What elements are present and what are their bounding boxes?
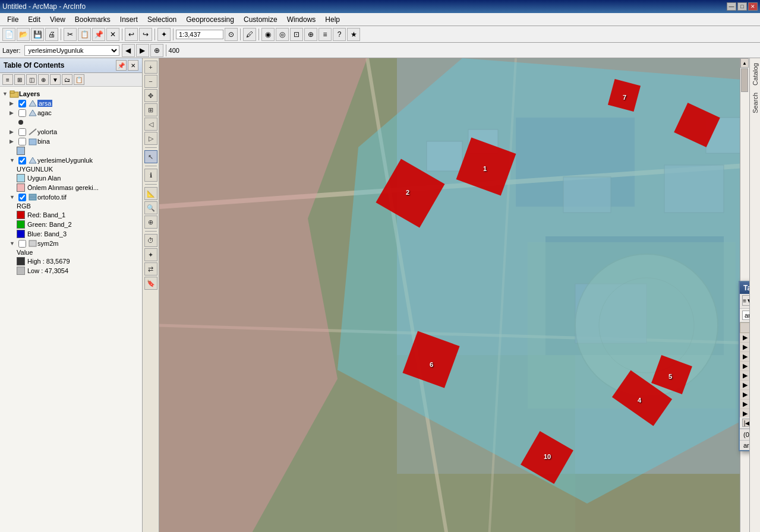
tool-bookmarks[interactable]: 🔖 bbox=[144, 277, 157, 290]
help-button[interactable]: ? bbox=[333, 28, 346, 41]
tools3[interactable]: ⊡ bbox=[290, 28, 303, 41]
nav-first[interactable]: |◀ bbox=[742, 419, 749, 427]
layers-root-row[interactable]: ▼ Layers bbox=[0, 89, 142, 99]
tool-full-extent[interactable]: ⊞ bbox=[144, 103, 157, 116]
layer-bina-row[interactable]: ▶ bina bbox=[0, 137, 142, 146]
table-row[interactable]: ▶ 7 Polygon 8 810,405693 bbox=[740, 400, 750, 409]
scale-zoom-button[interactable]: ⊙ bbox=[225, 28, 238, 41]
menu-insert[interactable]: Insert bbox=[115, 14, 143, 25]
menu-bookmarks[interactable]: Bookmarks bbox=[70, 14, 115, 25]
tool-swipe[interactable]: ⇄ bbox=[144, 262, 157, 276]
agac-checkbox[interactable] bbox=[18, 109, 26, 117]
toc-add[interactable]: ⊕ bbox=[38, 74, 49, 85]
table-row[interactable]: ▶ 2 Polygon 3 707,110161 bbox=[740, 352, 750, 362]
sym2m-checkbox[interactable] bbox=[18, 240, 26, 248]
delete-button[interactable]: ✕ bbox=[106, 28, 119, 41]
layer-nav-prev[interactable]: ◀ bbox=[122, 44, 135, 57]
zoom-layer[interactable]: ⊕ bbox=[150, 44, 163, 57]
tool-identify[interactable]: ℹ bbox=[144, 169, 157, 182]
table-row[interactable]: ▶ 4 Polygon 5 848,994219 bbox=[740, 371, 750, 381]
menu-file[interactable]: File bbox=[2, 14, 23, 25]
tool-goto-xy[interactable]: ⊕ bbox=[144, 216, 157, 229]
tool-time-slider[interactable]: ⏱ bbox=[144, 234, 157, 247]
tool-back[interactable]: ◁ bbox=[144, 118, 157, 131]
table-row[interactable]: ▶ 0 Polygon 1 3962,374845 bbox=[740, 333, 750, 343]
table-row[interactable]: ▶ 8 Polygon 9 1066,470571 bbox=[740, 409, 750, 418]
layer-yolorta-row[interactable]: ▶ yolorta bbox=[0, 127, 142, 137]
table-row[interactable]: ▶ 1 Polygon 2 3685,442873 bbox=[740, 343, 750, 352]
layer-yerlesime-row[interactable]: ▼ yerlesimeUygunluk bbox=[0, 156, 142, 165]
tool-effects[interactable]: ✦ bbox=[144, 248, 157, 261]
ortofoto-checkbox[interactable] bbox=[18, 194, 26, 201]
tool-pan[interactable]: ✥ bbox=[144, 89, 157, 102]
toc-view3[interactable]: ◫ bbox=[26, 74, 37, 85]
tools1[interactable]: ◉ bbox=[261, 28, 275, 41]
print-button[interactable]: 🖨 bbox=[45, 28, 58, 41]
table-row[interactable]: ▶ 3 Polygon 4 3051,290799 bbox=[740, 362, 750, 371]
menu-customize[interactable]: Customize bbox=[239, 14, 282, 25]
new-button[interactable]: 📄 bbox=[2, 28, 15, 41]
menu-view[interactable]: View bbox=[45, 14, 70, 25]
toc-view2[interactable]: ⊞ bbox=[14, 74, 25, 85]
yerlesime-checkbox[interactable] bbox=[18, 157, 26, 164]
paste-button[interactable]: 📌 bbox=[92, 28, 105, 41]
toc-view5[interactable]: 📋 bbox=[74, 74, 84, 85]
tool-zoom-in[interactable]: + bbox=[144, 61, 157, 74]
undo-button[interactable]: ↩ bbox=[125, 28, 138, 41]
table-search-input[interactable] bbox=[742, 311, 749, 320]
toc-options[interactable]: ▼ bbox=[50, 74, 61, 85]
open-button[interactable]: 📂 bbox=[17, 28, 30, 41]
close-button[interactable]: ✕ bbox=[748, 2, 758, 11]
scale-input[interactable] bbox=[176, 30, 223, 39]
yolorta-checkbox[interactable] bbox=[18, 128, 26, 136]
titlebar: Untitled - ArcMap - ArcInfo — □ ✕ bbox=[0, 0, 760, 13]
layer-agac-row[interactable]: ▶ agac bbox=[0, 108, 142, 118]
table-row[interactable]: ▶ 5 Polygon 6 2826,403005 bbox=[740, 381, 750, 390]
bina-checkbox[interactable] bbox=[18, 138, 26, 145]
scroll-up-arrow[interactable]: ▲ bbox=[740, 58, 749, 68]
catalog-label[interactable]: Catalog bbox=[750, 59, 760, 89]
cut-button[interactable]: ✂ bbox=[64, 28, 77, 41]
tools5[interactable]: ≡ bbox=[318, 28, 332, 41]
layer-ortofoto-row[interactable]: ▼ ortofoto.tif bbox=[0, 192, 142, 202]
tools2[interactable]: ◎ bbox=[276, 28, 289, 41]
menu-selection[interactable]: Selection bbox=[143, 14, 181, 25]
uygun-alan-row[interactable]: Uygun Alan bbox=[0, 173, 142, 183]
minimize-button[interactable]: — bbox=[727, 2, 736, 11]
table-options-btn[interactable]: ≡▼ bbox=[742, 295, 749, 306]
tool-select[interactable]: ↖ bbox=[144, 150, 157, 163]
toc-list-view[interactable]: ≡ bbox=[2, 74, 13, 85]
tool-forward[interactable]: ▷ bbox=[144, 132, 157, 145]
layer-sym2m-row[interactable]: ▼ sym2m bbox=[0, 239, 142, 248]
map-area[interactable]: 2176458109 ▲ Table ✕ ≡▼ ⊞ ⊡ ⇄ ✕ ✕ bbox=[159, 58, 749, 532]
green-band-row[interactable]: Green: Band_2 bbox=[0, 220, 142, 229]
search-label[interactable]: Search bbox=[750, 89, 760, 117]
tool-find[interactable]: 🔍 bbox=[144, 201, 157, 214]
toc-view4[interactable]: 🗂 bbox=[62, 74, 72, 85]
editor-button[interactable]: 🖊 bbox=[243, 28, 256, 41]
layer-nav-next[interactable]: ▶ bbox=[136, 44, 149, 57]
layer-select[interactable]: yerlesimeUygunluk arsa agac ortofoto.tif bbox=[24, 45, 119, 56]
redo-button[interactable]: ↪ bbox=[139, 28, 152, 41]
tool-measure[interactable]: 📐 bbox=[144, 187, 157, 200]
red-band-row[interactable]: Red: Band_1 bbox=[0, 210, 142, 220]
onlem-row[interactable]: Önlem Alınması gereki... bbox=[0, 183, 142, 192]
blue-band-row[interactable]: Blue: Band_3 bbox=[0, 229, 142, 239]
menu-windows[interactable]: Windows bbox=[282, 14, 321, 25]
tool-zoom-out[interactable]: − bbox=[144, 75, 157, 88]
add-data-button[interactable]: ✦ bbox=[157, 28, 171, 41]
arsa-checkbox[interactable] bbox=[18, 100, 26, 107]
tools4[interactable]: ⊕ bbox=[304, 28, 317, 41]
menu-help[interactable]: Help bbox=[320, 14, 345, 25]
extra-btn[interactable]: ★ bbox=[347, 28, 360, 41]
menu-edit[interactable]: Edit bbox=[23, 14, 45, 25]
save-button[interactable]: 💾 bbox=[31, 28, 44, 41]
layer-arsa-row[interactable]: ▶ arsa bbox=[0, 99, 142, 108]
menu-geoprocessing[interactable]: Geoprocessing bbox=[181, 14, 239, 25]
table-row[interactable]: ▶ 6 Polygon 7 692,232419 bbox=[740, 390, 750, 400]
maximize-button[interactable]: □ bbox=[737, 2, 747, 11]
scroll-thumb[interactable] bbox=[741, 68, 748, 92]
copy-button[interactable]: 📋 bbox=[78, 28, 91, 41]
toc-pin-button[interactable]: 📌 bbox=[116, 60, 127, 71]
toc-close-button[interactable]: ✕ bbox=[128, 60, 138, 71]
